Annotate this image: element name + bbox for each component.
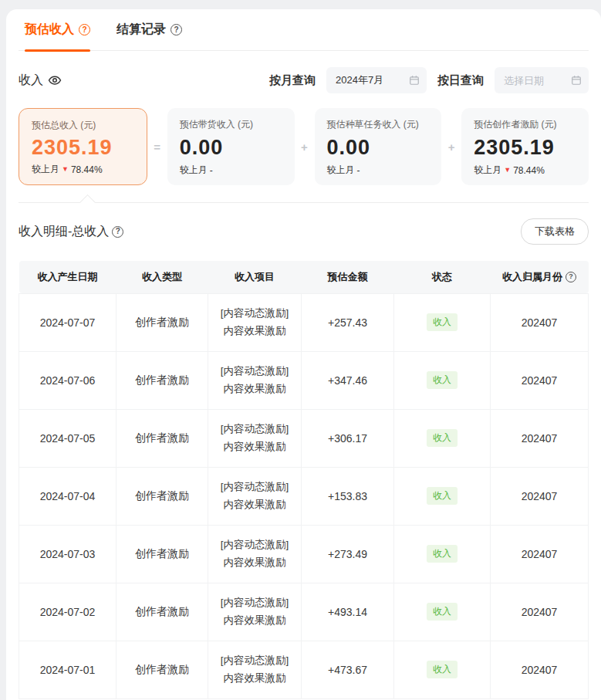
card-value: 2305.19 <box>32 136 134 160</box>
cell-type: 创作者激励 <box>116 409 208 467</box>
tab-estimated-income[interactable]: 预估收入 ? <box>25 9 90 50</box>
status-badge: 收入 <box>427 545 458 563</box>
header-status: 状态 <box>394 261 491 293</box>
detail-section-title: 收入明细-总收入 ? <box>19 224 123 240</box>
cell-status: 收入 <box>394 525 491 583</box>
card-sales-income[interactable]: 预估带货收入 (元) 0.00 较上月 - <box>167 108 295 185</box>
status-badge: 收入 <box>427 313 458 331</box>
compare-delta: - <box>210 165 213 176</box>
date-query-controls: 按月查询 按日查询 <box>269 67 589 93</box>
card-title: 预估种草任务收入 (元) <box>327 118 430 131</box>
cell-type: 创作者激励 <box>116 583 208 641</box>
card-compare: 较上月 ▼ 78.44% <box>474 164 576 177</box>
plus-operator: + <box>441 108 461 185</box>
cell-month: 202407 <box>491 467 589 525</box>
header-income-date: 收入产生日期 <box>19 261 116 293</box>
card-title: 预估总收入 (元) <box>32 119 134 132</box>
eye-icon[interactable] <box>48 73 62 87</box>
cell-status: 收入 <box>394 409 491 467</box>
table-row: 2024-07-02 创作者激励 [内容动态激励]内容效果激励 +493.14 … <box>19 583 589 641</box>
download-table-button[interactable]: 下载表格 <box>521 218 589 245</box>
down-triangle-icon: ▼ <box>62 166 69 173</box>
cell-project: [内容动态激励]内容效果激励 <box>208 351 302 409</box>
cell-status: 收入 <box>394 467 491 525</box>
card-compare: 较上月 - <box>180 164 282 177</box>
cell-date: 2024-07-05 <box>19 409 116 467</box>
cell-project: [内容动态激励]内容效果激励 <box>208 641 302 698</box>
cell-date: 2024-07-07 <box>19 293 116 351</box>
tab-bar: 预估收入 ? 结算记录 ? <box>19 9 589 51</box>
help-icon[interactable]: ? <box>79 24 90 36</box>
cell-type: 创作者激励 <box>116 351 208 409</box>
cell-project: [内容动态激励]内容效果激励 <box>208 525 302 583</box>
divider <box>19 202 589 203</box>
detail-section-title-text: 收入明细-总收入 <box>19 224 109 240</box>
card-title: 预估创作者激励 (元) <box>474 118 576 131</box>
compare-label: 较上月 <box>327 164 355 177</box>
table-row: 2024-07-07 创作者激励 [内容动态激励]内容效果激励 +257.43 … <box>19 293 589 351</box>
header-income-type: 收入类型 <box>116 261 208 293</box>
card-value: 0.00 <box>327 136 430 160</box>
cell-amount: +493.14 <box>302 583 394 641</box>
card-total-income[interactable]: 预估总收入 (元) 2305.19 较上月 ▼ 78.44% <box>19 108 147 185</box>
cell-month: 202407 <box>491 525 589 583</box>
cell-month: 202407 <box>491 641 589 698</box>
day-date-picker[interactable] <box>495 67 589 93</box>
cell-type: 创作者激励 <box>116 525 208 583</box>
help-icon[interactable]: ? <box>112 226 123 238</box>
income-section-label: 收入 <box>19 73 62 89</box>
income-label-text: 收入 <box>19 73 43 89</box>
toolbar: 收入 按月查询 按 <box>19 66 589 94</box>
compare-delta: 78.44% <box>513 165 545 176</box>
cell-status: 收入 <box>394 351 491 409</box>
help-icon[interactable]: ? <box>171 24 182 36</box>
status-badge: 收入 <box>427 661 458 678</box>
card-seeding-task-income[interactable]: 预估种草任务收入 (元) 0.00 较上月 - <box>315 108 442 185</box>
cell-status: 收入 <box>394 583 491 641</box>
cell-month: 202407 <box>491 583 589 641</box>
tab-settlement-records-label: 结算记录 <box>116 22 166 38</box>
detail-section-header: 收入明细-总收入 ? 下载表格 <box>19 218 589 245</box>
compare-delta: - <box>357 165 360 176</box>
cell-month: 202407 <box>491 351 589 409</box>
status-badge: 收入 <box>427 487 458 505</box>
card-compare: 较上月 - <box>327 164 430 177</box>
status-badge: 收入 <box>427 603 458 621</box>
help-icon[interactable]: ? <box>566 272 576 282</box>
down-triangle-icon: ▼ <box>504 167 511 174</box>
cell-amount: +153.83 <box>302 467 394 525</box>
cell-date: 2024-07-06 <box>19 351 116 409</box>
cell-date: 2024-07-04 <box>19 467 116 525</box>
card-compare: 较上月 ▼ 78.44% <box>32 163 134 176</box>
card-title: 预估带货收入 (元) <box>180 118 282 131</box>
cell-month: 202407 <box>491 293 589 351</box>
cell-type: 创作者激励 <box>116 467 208 525</box>
month-date-picker[interactable] <box>326 67 427 93</box>
cell-project: [内容动态激励]内容效果激励 <box>208 409 302 467</box>
compare-label: 较上月 <box>474 164 501 177</box>
header-estimated-amount: 预估金额 <box>302 261 394 293</box>
card-value: 0.00 <box>180 136 282 160</box>
compare-label: 较上月 <box>32 163 59 176</box>
cell-project: [内容动态激励]内容效果激励 <box>208 293 302 351</box>
header-income-project: 收入项目 <box>208 261 302 293</box>
header-income-month: 收入归属月份 ? <box>491 261 589 293</box>
table-row: 2024-07-05 创作者激励 [内容动态激励]内容效果激励 +306.17 … <box>19 409 589 467</box>
cell-type: 创作者激励 <box>116 293 208 351</box>
cell-amount: +347.46 <box>302 351 394 409</box>
cell-amount: +473.67 <box>302 641 394 698</box>
cell-status: 收入 <box>394 293 491 351</box>
month-query-label: 按月查询 <box>269 73 316 88</box>
card-creator-incentive[interactable]: 预估创作者激励 (元) 2305.19 较上月 ▼ 78.44% <box>461 108 589 185</box>
month-date-input[interactable] <box>326 67 427 93</box>
table-row: 2024-07-04 创作者激励 [内容动态激励]内容效果激励 +153.83 … <box>19 467 589 525</box>
tab-estimated-income-label: 预估收入 <box>25 22 74 38</box>
table-header-row: 收入产生日期 收入类型 收入项目 预估金额 状态 收入归属月份 ? <box>19 261 589 293</box>
tab-settlement-records[interactable]: 结算记录 ? <box>116 9 182 50</box>
cell-type: 创作者激励 <box>116 641 208 698</box>
income-detail-table: 收入产生日期 收入类型 收入项目 预估金额 状态 收入归属月份 ? 2024-0… <box>19 261 589 699</box>
day-date-input[interactable] <box>495 67 589 93</box>
plus-operator: + <box>295 108 315 185</box>
cell-date: 2024-07-01 <box>19 641 116 698</box>
compare-delta: 78.44% <box>71 164 103 175</box>
